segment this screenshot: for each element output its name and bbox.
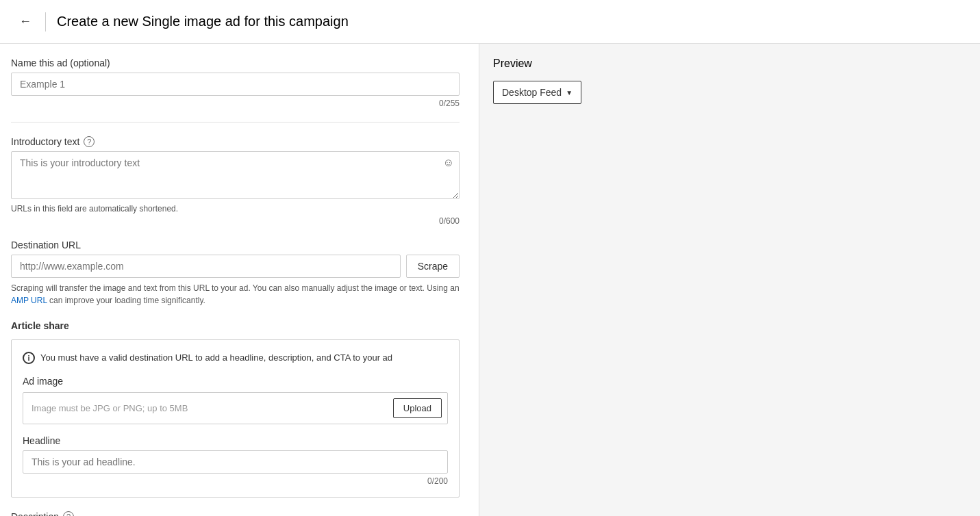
introductory-text-label: Introductory text ? [11,136,460,147]
page-title: Create a new Single image ad for this ca… [57,14,349,29]
description-help-icon[interactable]: ? [63,511,74,517]
back-button[interactable]: ← [14,12,37,31]
headline-char-count: 0/200 [23,476,448,486]
left-panel: Name this ad (optional) 0/255 Introducto… [0,44,479,516]
headline-group: Headline 0/200 [23,435,448,486]
description-group: Description ? [11,511,460,517]
introductory-text-group: Introductory text ? ☺ URLs in this field… [11,136,460,226]
scrape-button[interactable]: Scrape [406,255,460,278]
headline-input[interactable] [23,450,448,474]
info-text: You must have a valid destination URL to… [40,351,392,365]
description-label: Description ? [11,511,460,517]
name-input[interactable] [11,73,460,96]
url-note: URLs in this field are automatically sho… [11,204,460,214]
article-share-title: Article share [11,320,460,331]
introductory-text-input[interactable] [11,151,460,199]
header-divider [45,12,46,31]
article-share-box: i You must have a valid destination URL … [11,339,460,498]
main-layout: Name this ad (optional) 0/255 Introducto… [0,44,980,516]
name-char-count: 0/255 [11,99,460,108]
upload-row: Image must be JPG or PNG; up to 5MB Uplo… [23,392,448,424]
info-banner: i You must have a valid destination URL … [23,351,448,365]
page-header: ← Create a new Single image ad for this … [0,0,980,44]
destination-url-row: Scrape [11,255,460,278]
destination-url-input[interactable] [11,255,401,278]
destination-url-group: Destination URL Scrape Scraping will tra… [11,240,460,307]
article-share-group: Article share i You must have a valid de… [11,320,460,498]
right-panel: Preview Desktop Feed ▼ [479,44,980,516]
emoji-icon[interactable]: ☺ [443,157,454,169]
name-label: Name this ad (optional) [11,57,460,68]
introductory-text-help-icon[interactable]: ? [84,136,95,147]
destination-url-label: Destination URL [11,240,460,250]
headline-label: Headline [23,435,448,446]
preview-dropdown[interactable]: Desktop Feed ▼ [493,81,581,104]
preview-title: Preview [493,57,966,70]
scrape-note: Scraping will transfer the image and tex… [11,282,460,307]
amp-url-link[interactable]: AMP URL [11,296,47,305]
info-icon: i [23,352,35,364]
divider-1 [11,122,460,122]
upload-placeholder: Image must be JPG or PNG; up to 5MB [32,403,393,413]
introductory-char-count: 0/600 [11,216,460,226]
preview-dropdown-label: Desktop Feed [502,87,562,98]
name-field-group: Name this ad (optional) 0/255 [11,57,460,108]
chevron-down-icon: ▼ [566,89,573,96]
ad-image-label: Ad image [23,376,448,387]
upload-button[interactable]: Upload [393,398,442,418]
introductory-textarea-wrapper: ☺ [11,151,460,201]
